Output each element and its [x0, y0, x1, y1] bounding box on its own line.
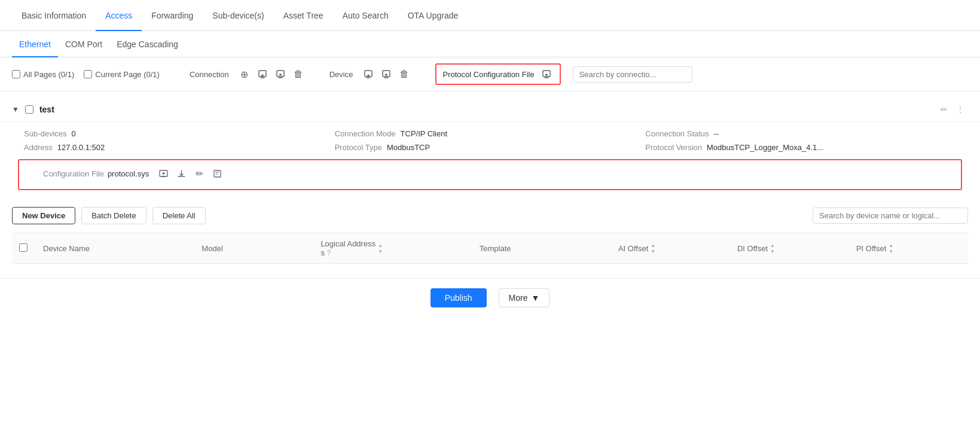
- th-logical-address: Logical Addresss ? ▲ ▼: [313, 233, 472, 264]
- tab-access[interactable]: Access: [96, 0, 142, 31]
- sub-devices-meta: Sub-devices 0: [24, 129, 335, 138]
- address-meta: Address 127.0.0.1:502: [24, 143, 335, 152]
- connection-status-meta: Connection Status --: [645, 129, 956, 138]
- tab-asset-tree[interactable]: Asset Tree: [274, 0, 333, 31]
- sub-tab-ethernet[interactable]: Ethernet: [12, 31, 58, 57]
- device-export-icon[interactable]: [379, 67, 393, 81]
- protocol-type-meta: Protocol Type ModbusTCP: [335, 143, 646, 152]
- connection-label: Connection: [190, 70, 229, 79]
- select-all-checkbox[interactable]: [19, 243, 28, 252]
- connection-status-label: Connection Status: [645, 129, 709, 138]
- config-file-edit-icon[interactable]: ✏: [192, 166, 206, 181]
- connection-mode-meta: Connection Mode TCP/IP Client: [335, 129, 646, 138]
- tab-ota-upgrade[interactable]: OTA Upgrade: [398, 0, 468, 31]
- all-pages-checkbox-label[interactable]: All Pages (0/1): [12, 70, 74, 79]
- tab-basic-information[interactable]: Basic Information: [12, 0, 96, 31]
- bottom-bar: Publish More ▼: [0, 278, 980, 317]
- config-file-value: protocol.sys: [108, 169, 149, 178]
- new-device-button[interactable]: New Device: [12, 207, 75, 224]
- all-pages-checkbox[interactable]: [12, 70, 20, 78]
- group-metadata: Sub-devices 0 Connection Mode TCP/IP Cli…: [0, 122, 980, 159]
- group-container: ▼ test ✏ ⋮ Sub-devices 0 Connection Mode…: [0, 97, 980, 272]
- group-header: ▼ test ✏ ⋮: [0, 97, 980, 122]
- protocol-version-label: Protocol Version: [645, 143, 702, 152]
- th-model: Model: [194, 233, 313, 264]
- connection-delete-icon[interactable]: 🗑: [291, 67, 306, 81]
- device-import-icon[interactable]: [361, 67, 375, 81]
- sub-devices-label: Sub-devices: [24, 129, 67, 138]
- th-checkbox: [12, 233, 36, 264]
- th-template: Template: [472, 233, 611, 264]
- group-collapse-icon[interactable]: ▼: [12, 105, 19, 114]
- batch-delete-button[interactable]: Batch Delete: [81, 207, 146, 224]
- th-di-offset: DI Offset ▲ ▼: [730, 233, 849, 264]
- current-page-checkbox-label[interactable]: Current Page (0/1): [84, 70, 160, 79]
- main-content: ▼ test ✏ ⋮ Sub-devices 0 Connection Mode…: [0, 97, 980, 272]
- connection-search-box: [573, 66, 692, 83]
- connection-mode-label: Connection Mode: [335, 129, 396, 138]
- th-device-name: Device Name: [36, 233, 194, 264]
- config-file-label: Configuration File: [43, 169, 104, 178]
- config-file-upload-icon[interactable]: [156, 166, 170, 181]
- connection-status-value: --: [714, 129, 719, 138]
- device-table-head: Device Name Model Logical Addresss ? ▲: [12, 233, 968, 264]
- more-chevron-icon: ▼: [531, 293, 539, 303]
- checkbox-group: All Pages (0/1) Current Page (0/1): [12, 70, 160, 79]
- sub-navigation: Ethernet COM Port Edge Cascading: [0, 31, 980, 57]
- device-action-bar: New Device Batch Delete Delete All: [12, 207, 968, 224]
- protocol-config-export-icon[interactable]: [539, 67, 554, 81]
- sub-tab-com-port[interactable]: COM Port: [58, 31, 109, 57]
- tab-sub-devices[interactable]: Sub-device(s): [203, 0, 273, 31]
- connection-search-input[interactable]: [573, 66, 692, 83]
- logical-sort-arrows[interactable]: ▲ ▼: [378, 243, 383, 254]
- protocol-version-value: ModbusTCP_Logger_Moxa_4.1...: [707, 143, 823, 152]
- group-checkbox[interactable]: [25, 105, 33, 114]
- tab-auto-search[interactable]: Auto Search: [333, 0, 398, 31]
- config-file-row: Configuration File protocol.sys ✏: [18, 159, 962, 190]
- connection-import-icon[interactable]: [255, 67, 270, 81]
- logical-address-help-icon[interactable]: ?: [327, 249, 331, 257]
- protocol-version-meta: Protocol Version ModbusTCP_Logger_Moxa_4…: [645, 143, 956, 152]
- protocol-type-value: ModbusTCP: [387, 143, 430, 152]
- device-delete-icon[interactable]: 🗑: [397, 67, 411, 81]
- connection-add-icon[interactable]: ⊕: [237, 67, 252, 81]
- group-edit-icon[interactable]: ✏: [941, 105, 948, 114]
- device-label: Device: [329, 70, 353, 79]
- publish-button[interactable]: Publish: [431, 288, 487, 307]
- th-pi-offset: PI Offset ▲ ▼: [849, 233, 968, 264]
- sub-devices-value: 0: [72, 129, 76, 138]
- th-ai-offset: AI Offset ▲ ▼: [611, 233, 730, 264]
- config-file-download-icon[interactable]: [174, 166, 188, 181]
- address-label: Address: [24, 143, 53, 152]
- connection-mode-value: TCP/IP Client: [401, 129, 448, 138]
- group-more-icon[interactable]: ⋮: [956, 105, 968, 114]
- protocol-type-label: Protocol Type: [335, 143, 382, 152]
- delete-all-button[interactable]: Delete All: [152, 207, 206, 224]
- current-page-checkbox[interactable]: [84, 70, 92, 78]
- top-navigation: Basic Information Access Forwarding Sub-…: [0, 0, 980, 31]
- connection-toolbar: All Pages (0/1) Current Page (0/1) Conne…: [0, 57, 980, 92]
- protocol-config-label: Protocol Configuration File: [442, 70, 534, 79]
- more-button[interactable]: More ▼: [499, 288, 550, 307]
- di-sort-arrows[interactable]: ▲ ▼: [770, 243, 775, 254]
- group-name: test: [39, 105, 54, 114]
- tab-forwarding[interactable]: Forwarding: [142, 0, 203, 31]
- connection-actions: ⊕ 🗑: [237, 67, 306, 81]
- connection-export-icon[interactable]: [273, 67, 288, 81]
- device-search-box: [813, 208, 968, 224]
- device-table-container[interactable]: Device Name Model Logical Addresss ? ▲: [12, 233, 968, 264]
- device-actions: 🗑: [361, 67, 411, 81]
- device-section: New Device Batch Delete Delete All: [0, 199, 980, 272]
- address-value: 127.0.0.1:502: [57, 143, 105, 152]
- device-search-input[interactable]: [813, 208, 968, 224]
- config-file-view-icon[interactable]: [210, 166, 224, 181]
- ai-sort-arrows[interactable]: ▲ ▼: [651, 243, 655, 254]
- sub-tab-edge-cascading[interactable]: Edge Cascading: [109, 31, 185, 57]
- protocol-config-file-section: Protocol Configuration File: [435, 63, 560, 85]
- pi-sort-arrows[interactable]: ▲ ▼: [889, 243, 893, 254]
- device-table: Device Name Model Logical Addresss ? ▲: [12, 233, 968, 264]
